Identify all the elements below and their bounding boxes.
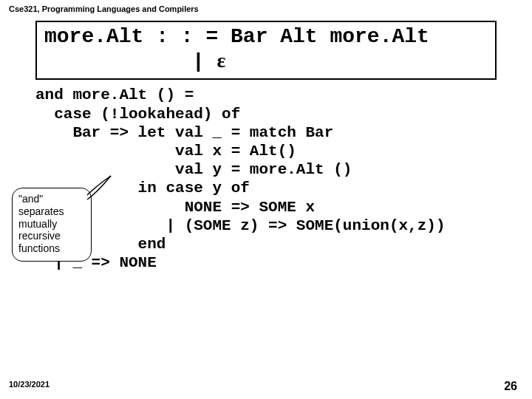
grammar-box: more.Alt : : = Bar Alt more.Alt | ε [35, 21, 497, 80]
callout-text: separates mutually recursive functions [18, 205, 64, 254]
callout-quoted: "and" [18, 193, 43, 205]
slide-header: Cse321, Programming Languages and Compil… [0, 0, 532, 13]
grammar-line-2: | ε [44, 49, 488, 74]
epsilon-symbol: ε [217, 49, 226, 72]
footer-date: 10/23/2021 [9, 380, 50, 393]
page-number: 26 [504, 380, 517, 393]
callout-bubble: "and" separates mutually recursive funct… [12, 188, 92, 262]
slide-footer: 10/23/2021 26 [9, 380, 517, 393]
callout-tail-icon [81, 173, 126, 202]
grammar-bar: | [192, 50, 217, 73]
grammar-line-1: more.Alt : : = Bar Alt more.Alt [44, 25, 488, 49]
